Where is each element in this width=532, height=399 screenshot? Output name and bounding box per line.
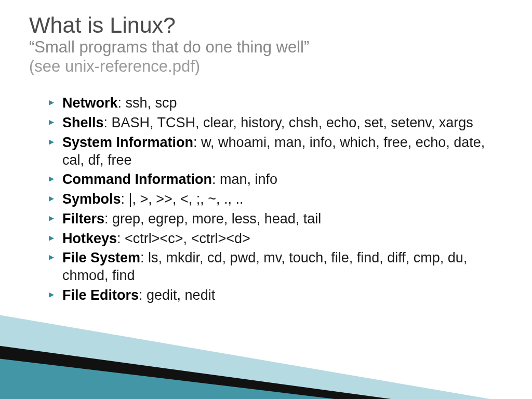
list-item: Hotkeys: <ctrl><c>, <ctrl><d> (49, 230, 503, 248)
category-label: Filters (62, 211, 104, 227)
list-item: File System: ls, mkdir, cd, pwd, mv, tou… (49, 249, 503, 285)
slide-title: What is Linux? (29, 14, 503, 37)
category-items: <ctrl><c>, <ctrl><d> (125, 231, 250, 246)
list-item: Symbols: |, >, >>, <, ;, ~, ., .. (49, 191, 503, 208)
decoration-triangle-teal-front (0, 357, 421, 399)
list-item: Filters: grep, egrep, more, less, head, … (49, 210, 503, 228)
slide-content: What is Linux? “Small programs that do o… (0, 0, 532, 304)
list-item: Shells: BASH, TCSH, clear, history, chsh… (49, 114, 503, 132)
category-items: grep, egrep, more, less, head, tail (112, 211, 321, 227)
category-label: Shells (62, 115, 104, 130)
list-item: System Information: w, whoami, man, info… (49, 134, 503, 169)
category-label: Command Information (62, 171, 212, 187)
slide-note: (see unix-reference.pdf) (29, 57, 503, 76)
category-label: File System (62, 250, 140, 265)
category-items: BASH, TCSH, clear, history, chsh, echo, … (112, 115, 473, 130)
category-label: Hotkeys (62, 231, 117, 246)
bullet-list: Network: ssh, scp Shells: BASH, TCSH, cl… (49, 95, 503, 304)
list-item: Command Information: man, info (49, 171, 503, 189)
slide-subtitle: “Small programs that do one thing well” (29, 38, 503, 57)
category-label: Symbols (62, 191, 121, 207)
category-items: |, >, >>, <, ;, ~, ., .. (129, 191, 244, 207)
category-items: gedit, nedit (147, 287, 215, 303)
category-label: File Editors (62, 287, 139, 303)
category-label: Network (62, 95, 118, 111)
category-items: ssh, scp (126, 95, 177, 111)
slide: What is Linux? “Small programs that do o… (0, 0, 532, 399)
category-items: man, info (220, 171, 277, 187)
list-item: Network: ssh, scp (49, 95, 503, 112)
category-label: System Information (62, 135, 193, 150)
list-item: File Editors: gedit, nedit (49, 287, 503, 304)
